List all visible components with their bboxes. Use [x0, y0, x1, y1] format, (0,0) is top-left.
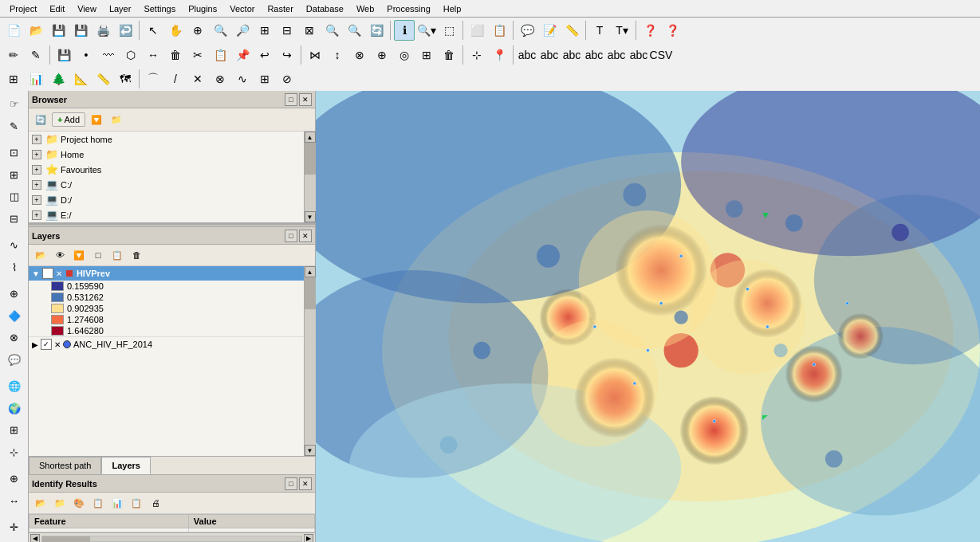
cut-features-btn[interactable]: ✂: [187, 45, 208, 65]
menu-settings[interactable]: Settings: [137, 2, 182, 15]
text-btn[interactable]: T: [589, 20, 610, 41]
menu-layer[interactable]: Layer: [103, 2, 138, 15]
paste-features-btn[interactable]: 📌: [232, 45, 253, 65]
curve-btn[interactable]: ∿: [232, 69, 253, 89]
pan-btn[interactable]: ✋: [165, 20, 186, 41]
add-point-btn[interactable]: •: [76, 45, 96, 65]
browser-scroll-down[interactable]: ▼: [305, 211, 316, 222]
id-color-btn[interactable]: 🎨: [70, 494, 88, 512]
measure-btn[interactable]: 📏: [561, 20, 582, 41]
id-copy-btn[interactable]: 📋: [128, 494, 145, 512]
undo-edit-btn[interactable]: ↩: [254, 45, 275, 65]
menu-raster[interactable]: Raster: [261, 2, 299, 15]
tree-expand-home[interactable]: +: [32, 150, 41, 159]
offset-btn[interactable]: ↕: [327, 45, 348, 65]
id-expand-btn[interactable]: 📂: [32, 494, 49, 512]
arc-btn[interactable]: ⌒: [143, 69, 163, 89]
lt-btn13[interactable]: 🌐: [3, 376, 26, 397]
id-print-btn[interactable]: 🖨: [147, 494, 164, 512]
layers-remove-btn[interactable]: 🗑: [128, 246, 145, 264]
help-btn-toolbar[interactable]: ❓: [640, 20, 660, 41]
tree-expand-favourites[interactable]: +: [32, 165, 41, 175]
layers-scroll-down[interactable]: ▼: [305, 445, 316, 456]
split-btn[interactable]: ⊕: [372, 45, 392, 65]
label-tool-btn[interactable]: abc: [517, 45, 537, 65]
anc-check[interactable]: ✓: [41, 339, 52, 350]
identify-drop-btn[interactable]: 🔍▾: [416, 20, 437, 41]
lt-btn20[interactable]: ▾: [3, 539, 26, 542]
lt-btn12[interactable]: 💬: [3, 350, 26, 371]
delete-selected-btn[interactable]: 🗑: [165, 45, 186, 65]
layout-btn3[interactable]: 📏: [92, 69, 113, 89]
hscroll-right-btn[interactable]: ▶: [304, 534, 313, 543]
label-btn5[interactable]: abc: [606, 45, 627, 65]
lt-btn17[interactable]: ⊕: [3, 469, 26, 489]
layers-filter-btn[interactable]: 🔽: [70, 246, 88, 264]
layers-visibility-btn[interactable]: 👁: [51, 246, 69, 264]
menu-project[interactable]: Project: [3, 2, 43, 15]
id-table-btn[interactable]: 📋: [89, 494, 107, 512]
label-btn4[interactable]: abc: [584, 45, 604, 65]
select-feature-btn[interactable]: ⊕: [187, 20, 208, 41]
browser-filter-btn[interactable]: 🔽: [88, 111, 105, 128]
browser-scroll-up[interactable]: ▲: [305, 132, 316, 143]
copy-features-btn[interactable]: 📋: [210, 45, 230, 65]
cross-btn[interactable]: ✕: [187, 69, 208, 89]
menu-view[interactable]: View: [71, 2, 103, 15]
layers-close-btn[interactable]: ✕: [299, 230, 312, 242]
digitize-btn[interactable]: ✏: [3, 45, 24, 65]
save-layer-btn[interactable]: 💾: [53, 45, 74, 65]
menu-plugins[interactable]: Plugins: [182, 2, 223, 15]
print-btn[interactable]: 🖨️: [92, 20, 113, 41]
layers-open-btn[interactable]: 📂: [32, 246, 49, 264]
lt-btn5[interactable]: ◫: [3, 187, 26, 207]
tree-expand-project-home[interactable]: +: [32, 135, 41, 144]
menu-web[interactable]: Web: [350, 2, 380, 15]
edit-vertices-btn[interactable]: ✎: [3, 116, 26, 137]
reshape-btn[interactable]: ⊗: [349, 45, 370, 65]
lt-btn14[interactable]: 🌍: [3, 398, 26, 418]
lt-btn3[interactable]: ⊡: [3, 143, 26, 163]
save-btn[interactable]: 💾: [48, 20, 69, 41]
pin-btn[interactable]: 📍: [489, 45, 510, 65]
new-project-btn[interactable]: 📄: [3, 20, 24, 41]
tree-item-favourites[interactable]: + ⭐ Favourites: [29, 162, 304, 177]
refresh-btn[interactable]: 🔄: [366, 20, 387, 41]
identify-hscroll[interactable]: ◀ ▶: [29, 532, 315, 542]
parallel-btn[interactable]: /: [165, 69, 186, 89]
part-btn[interactable]: ⊞: [416, 45, 437, 65]
lt-btn8[interactable]: ⌇: [3, 257, 26, 278]
menu-processing[interactable]: Processing: [380, 2, 436, 15]
layer-item-anc[interactable]: ▶ ✓ ✕ ANC_HIV_HF_2014: [29, 336, 304, 352]
identify-maximize-btn[interactable]: □: [285, 477, 297, 490]
whats-this-btn[interactable]: ❓: [662, 20, 683, 41]
lt-btn10[interactable]: 🔷: [3, 305, 26, 326]
lt-btn15[interactable]: ⊞: [3, 420, 26, 441]
menu-vector[interactable]: Vector: [223, 2, 261, 15]
layers-maximize-btn[interactable]: □: [285, 230, 297, 242]
csv-btn[interactable]: CSV: [651, 45, 671, 65]
lt-btn11[interactable]: ⊗: [3, 328, 26, 348]
zoom-selection-btn[interactable]: ⊠: [299, 20, 320, 41]
layout-btn2[interactable]: 📐: [70, 69, 91, 89]
ring-btn[interactable]: ◎: [394, 45, 415, 65]
tree-expand-e[interactable]: +: [32, 210, 41, 220]
eraser2-btn[interactable]: ⊘: [277, 69, 297, 89]
map-area[interactable]: [316, 91, 980, 542]
eraser-btn[interactable]: 🗑: [439, 45, 459, 65]
layer-layout-btn[interactable]: ⊞: [3, 69, 24, 89]
undo-btn[interactable]: ↩️: [115, 20, 136, 41]
layer-item-hivprev[interactable]: ▼ ✓ ✕ HIVPrev 0.159590: [29, 266, 304, 336]
layers-scroll-thumb[interactable]: [305, 277, 316, 309]
tab-shortest-path[interactable]: Shortest path: [29, 457, 101, 474]
lt-btn19[interactable]: ✛: [3, 517, 26, 538]
menu-edit[interactable]: Edit: [43, 2, 71, 15]
select-btn[interactable]: ↖: [143, 20, 163, 41]
tree-expand-d[interactable]: +: [32, 195, 41, 205]
touch-btn[interactable]: ☞: [3, 94, 26, 115]
zoom-in-btn[interactable]: 🔍: [210, 20, 230, 41]
anc-close-icon[interactable]: ✕: [54, 340, 61, 349]
browser-vscroll[interactable]: ▲ ▼: [304, 132, 315, 222]
layers-group-btn[interactable]: 📋: [108, 246, 126, 264]
anc-expand-icon[interactable]: ▶: [32, 340, 38, 349]
